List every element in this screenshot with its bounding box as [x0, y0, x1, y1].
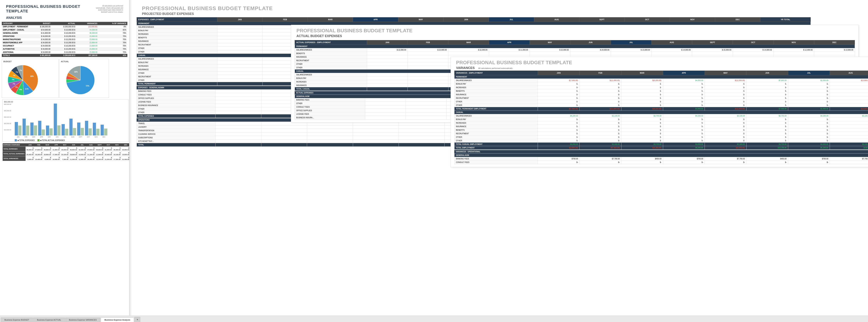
summary-cell: $ 20,100.00 — [61, 152, 69, 156]
var-operational-header: VARIANCES - OPERATIONAL — [454, 150, 868, 153]
summary-cell: $ 41,900.00 — [52, 147, 61, 152]
cell-category: GENERAL/ADMIN — [2, 32, 29, 35]
var-cell: $(9,000.00) — [621, 107, 663, 110]
var-cell: $4,200.00 — [538, 142, 580, 146]
actual-bar-nov — [96, 129, 99, 135]
var-cell: $- — [621, 82, 663, 86]
th-var-aug: AUG — [830, 71, 868, 75]
cell-label: INSURANCE — [137, 68, 217, 71]
actual-bar-sept — [81, 128, 84, 135]
table-row: BENEFITS$-$-$-$-$-$-$-$-$-$-$- — [455, 89, 868, 93]
th-proj-nov: NOV — [670, 18, 715, 22]
var-operational-grid: GENERAL/ADM BANKING FEES $700.00 $7,700.… — [454, 153, 868, 164]
var-cell: $- — [580, 103, 621, 107]
cell-label: INSURANCE — [137, 39, 217, 43]
actual-bar-may — [50, 128, 53, 135]
cell-budget-val: $ 34,000.00 — [29, 41, 52, 44]
var-cell: $- — [830, 103, 868, 107]
actual-title: PROFESSIONAL BUSINESS BUDGET TEMPLATE — [291, 25, 859, 34]
th-feb: FEB — [34, 143, 43, 147]
cell-label: INCREASES — [455, 121, 538, 125]
var-cell: $- — [538, 86, 580, 89]
var-cell: $4,200.00 — [788, 114, 830, 118]
tab-variances[interactable]: Business Expense VARIANCES — [65, 318, 100, 322]
variances-subtitle: VARIANCES — [456, 66, 475, 70]
cell-variance-val: 30,400.00 — [76, 32, 98, 35]
cell-category: EMPLOYMENT - CASUAL — [2, 28, 29, 32]
var-cell: $- — [580, 89, 621, 93]
var-cell: $- — [830, 82, 868, 86]
cell-label: SALARIES/WAGES — [137, 57, 217, 61]
analysis-header: PROFESSIONAL BUSINESS BUDGET TEMPLATE AN… — [2, 1, 127, 21]
var-cell: $- — [788, 121, 830, 125]
cell-budget-val: $ 34,000.00 — [29, 38, 52, 41]
table-row: INCREASES$-$-$-$-$-$-$-$-$-$-$- — [455, 121, 868, 125]
tab-analysis[interactable]: Business Expense Analysis — [101, 318, 134, 322]
var-cell: $- — [663, 93, 705, 96]
summary-cell: $ 31,000.00 — [121, 156, 129, 161]
cell-variance-val: 23,800.00 — [76, 38, 98, 41]
var-cell: $- — [830, 86, 868, 89]
var-cell: $3,700.00 — [621, 114, 663, 118]
th-proj-dec: DEC — [715, 18, 760, 22]
var-cell: $- — [580, 86, 621, 89]
var-cell: $- — [788, 82, 830, 86]
th-var-mar: MAR — [621, 71, 663, 75]
cell-category: OCCUPANCY — [2, 44, 29, 47]
table-row: BONUS PAY$-$-$-$-$-$-$-$-$-$-$- — [455, 82, 868, 86]
cell-actual-val: $ 10,000.00 $ — [52, 28, 76, 32]
var-cell: $3,100.00 — [830, 114, 868, 118]
cell-variance-val: (10,000.00) — [76, 25, 98, 28]
th-proj-jun: JUN — [443, 18, 489, 22]
cell-label: TOTAL PERMANENT EMPLOYMENT — [455, 107, 538, 110]
table-row: INCREASES$-$-$-$-$-$-$-$-$-$-$- — [455, 86, 868, 89]
var-cell: $- — [746, 100, 788, 103]
var-cell: $- — [538, 93, 580, 96]
th-jul: JUL — [78, 143, 87, 147]
th-var-jul: JUL — [788, 71, 830, 75]
tab-budget[interactable]: Business Expense BUDGET — [1, 318, 33, 322]
cell-category: AUTOMOTIVE — [2, 47, 29, 51]
th-mar: MAR — [43, 143, 52, 147]
var-cell: $- — [538, 132, 580, 135]
th-apr: APR — [52, 143, 61, 147]
var-cell: $- — [830, 132, 868, 135]
var-cell: $- — [746, 139, 788, 142]
cell-label: RECRUITMENT — [455, 96, 538, 100]
summary-cell: $ 21,500.00 — [69, 156, 78, 161]
th-pct: % OF VARIANCE — [98, 22, 127, 25]
tab-actual[interactable]: Business Expense ACTUAL — [33, 318, 65, 322]
svg-text:72%: 72% — [86, 85, 89, 87]
th-proj-apr: APR — [353, 18, 398, 22]
th-act-jan: JAN — [367, 40, 408, 45]
bar-group-oct — [85, 121, 92, 135]
var-cell: $- — [788, 103, 830, 107]
legend-total-expenses: ■ TOTAL EXPENSES — [15, 139, 35, 141]
cell-label: INSURANCE — [455, 125, 538, 128]
var-cell: $- — [746, 132, 788, 135]
var-cell: $- — [580, 125, 621, 128]
var-cell: $(3,000.00) — [830, 107, 868, 110]
th-jan: JAN — [26, 143, 34, 147]
var-cell: $- — [621, 132, 663, 135]
analysis-main-title: PROFESSIONAL BUSINESS BUDGET TEMPLATE — [4, 3, 93, 14]
cell-label: BENEFITS — [455, 89, 538, 93]
variances-title: PROFESSIONAL BUSINESS BUDGET TEMPLATE — [456, 60, 572, 65]
var-cell: $(12,000.00) — [705, 79, 746, 82]
var-cell: $- — [746, 125, 788, 128]
summary-cell: $ 47,800.00 — [34, 147, 43, 152]
x-label-sept: SEPT — [77, 136, 84, 138]
th-act-mar: MAR — [448, 40, 489, 45]
var-cell: $- — [663, 96, 705, 100]
cell-pct-val: 70% — [98, 35, 127, 38]
summary-cell: $ 36,400.00 — [113, 147, 121, 152]
tab-add-button[interactable]: + — [134, 317, 140, 322]
summary-cell: $ 21,200.00 — [87, 152, 95, 156]
var-cell: $- — [621, 128, 663, 132]
cell-actual-val: $ 10,200.00 $ — [52, 35, 76, 38]
actual-bar-oct — [89, 128, 92, 135]
cell-label: BENEFITS — [455, 128, 538, 132]
var-cell: $- — [746, 93, 788, 96]
table-row: INSURANCE$-$-$-$-$-$-$-$-$-$-$- — [455, 93, 868, 96]
var-cell: $3,700.00 — [621, 142, 663, 146]
